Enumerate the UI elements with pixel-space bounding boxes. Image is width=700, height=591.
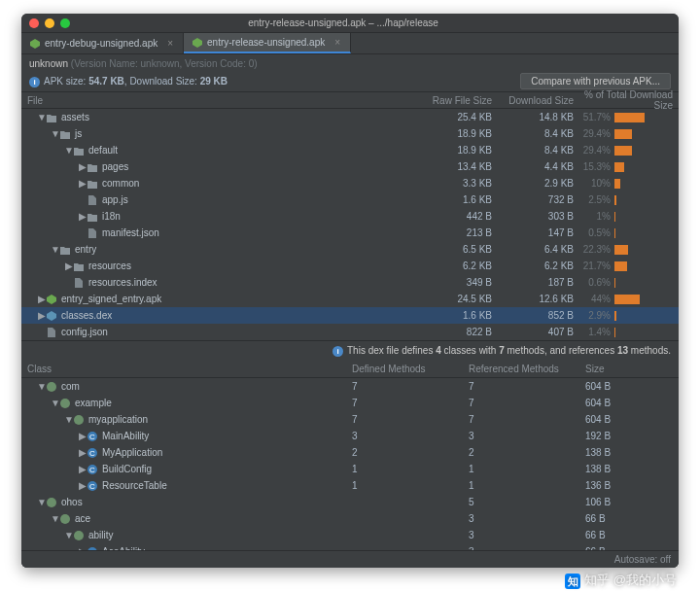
class-row[interactable]: ▼ com 7 7 604 B xyxy=(21,378,679,395)
close-tab-icon[interactable]: × xyxy=(334,37,340,48)
disclosure-arrow-icon[interactable]: ▶ xyxy=(78,431,87,441)
class-name: BuildConfig xyxy=(102,464,152,474)
disclosure-arrow-icon[interactable]: ▶ xyxy=(78,480,87,491)
disclosure-arrow-icon[interactable]: ▼ xyxy=(51,398,59,408)
disclosure-arrow-icon[interactable]: ▼ xyxy=(37,381,46,392)
defined-methods: 2 xyxy=(352,447,469,458)
pkg-icon xyxy=(46,381,59,393)
class-size: 192 B xyxy=(585,431,673,441)
class-row[interactable]: ▶ MainAbility 3 3 192 B xyxy=(21,428,679,444)
download-size: 147 B xyxy=(498,227,576,238)
maximize-window-icon[interactable] xyxy=(60,18,70,28)
cls-icon xyxy=(87,480,100,492)
file-header-dl: Download Size xyxy=(498,95,576,106)
raw-size: 6.5 KB xyxy=(410,244,498,255)
apk-size: 54.7 KB xyxy=(88,76,124,87)
file-row[interactable]: ▶ common 3.3 KB 2.9 KB 10% xyxy=(21,175,679,191)
class-row[interactable]: ▶ BuildConfig 1 1 138 B xyxy=(21,461,679,477)
file-name: common xyxy=(102,178,139,189)
raw-size: 24.5 KB xyxy=(410,294,498,304)
size-bar xyxy=(614,162,673,172)
referenced-methods: 7 xyxy=(469,398,585,408)
file-row[interactable]: manifest.json 213 B 147 B 0.5% xyxy=(21,225,679,241)
folder-icon xyxy=(87,178,100,190)
disclosure-arrow-icon[interactable]: ▶ xyxy=(37,310,46,321)
folder-icon xyxy=(46,112,59,123)
class-row[interactable]: ▼ ability 3 66 B xyxy=(21,527,679,543)
disclosure-arrow-icon[interactable]: ▼ xyxy=(64,145,73,156)
dex-info-bar: iThis dex file defines 4 classes with 7 … xyxy=(21,340,679,361)
class-row[interactable]: ▼ example 7 7 604 B xyxy=(21,395,679,411)
pct-of-total: 44% xyxy=(576,294,614,304)
disclosure-arrow-icon[interactable]: ▶ xyxy=(78,464,87,474)
file-row[interactable]: ▶ entry_signed_entry.apk 24.5 KB 12.6 KB… xyxy=(21,291,679,307)
file-name: app.js xyxy=(102,194,128,205)
editor-tabs: entry-debug-unsigned.apk×entry-release-u… xyxy=(21,33,679,54)
class-name: MainAbility xyxy=(102,431,149,441)
raw-size: 822 B xyxy=(410,327,498,337)
disclosure-arrow-icon[interactable]: ▶ xyxy=(64,261,73,271)
class-row[interactable]: ▼ ace 3 66 B xyxy=(21,510,679,527)
disclosure-arrow-icon[interactable]: ▼ xyxy=(51,244,59,255)
tab-label: entry-debug-unsigned.apk xyxy=(45,38,158,49)
file-row[interactable]: ▼ entry 6.5 KB 6.4 KB 22.3% xyxy=(21,241,679,258)
file-row[interactable]: ▶ classes.dex 1.6 KB 852 B 2.9% xyxy=(21,307,679,324)
class-name: ohos xyxy=(61,497,83,507)
dex-icon xyxy=(46,310,59,322)
size-bar xyxy=(614,212,673,222)
raw-size: 25.4 KB xyxy=(410,112,498,122)
disclosure-arrow-icon[interactable]: ▶ xyxy=(37,294,46,304)
file-row[interactable]: config.json 822 B 407 B 1.4% xyxy=(21,324,679,340)
compare-apk-button[interactable]: Compare with previous APK... xyxy=(520,73,671,89)
file-row[interactable]: ▶ resources 6.2 KB 6.2 KB 21.7% xyxy=(21,258,679,274)
file-row[interactable]: ▶ i18n 442 B 303 B 1% xyxy=(21,208,679,225)
minimize-window-icon[interactable] xyxy=(45,18,54,28)
class-row[interactable]: ▼ myapplication 7 7 604 B xyxy=(21,411,679,428)
raw-size: 18.9 KB xyxy=(410,128,498,139)
file-header-name: File xyxy=(27,95,410,106)
disclosure-arrow-icon[interactable]: ▶ xyxy=(78,161,87,172)
close-window-icon[interactable] xyxy=(29,18,39,28)
raw-size: 18.9 KB xyxy=(410,145,498,156)
class-name: myapplication xyxy=(88,414,148,425)
app-window: entry-release-unsigned.apk – .../hap/rel… xyxy=(21,14,679,568)
raw-size: 6.2 KB xyxy=(410,261,498,271)
disclosure-arrow-icon[interactable]: ▶ xyxy=(78,447,87,458)
file-name: manifest.json xyxy=(102,227,159,238)
class-name: MyApplication xyxy=(102,447,162,458)
class-tree[interactable]: ▼ com 7 7 604 B ▼ example 7 7 604 B ▼ my… xyxy=(21,378,679,568)
class-name: example xyxy=(75,398,112,408)
tab-1[interactable]: entry-release-unsigned.apk× xyxy=(184,33,351,53)
file-row[interactable]: app.js 1.6 KB 732 B 2.5% xyxy=(21,191,679,208)
info-icon: i xyxy=(332,346,343,357)
version-name: unknown xyxy=(141,58,180,69)
cls-icon xyxy=(87,447,100,459)
class-row[interactable]: ▶ MyApplication 2 2 138 B xyxy=(21,444,679,461)
disclosure-arrow-icon[interactable]: ▶ xyxy=(78,211,87,222)
file-header-raw: Raw File Size xyxy=(410,95,498,106)
size-bar xyxy=(614,179,673,189)
disclosure-arrow-icon[interactable]: ▼ xyxy=(51,513,59,524)
referenced-methods: 3 xyxy=(469,431,585,441)
file-row[interactable]: ▼ default 18.9 KB 8.4 KB 29.4% xyxy=(21,142,679,158)
file-row[interactable]: ▼ js 18.9 KB 8.4 KB 29.4% xyxy=(21,125,679,142)
pkg-icon xyxy=(73,530,87,541)
raw-size: 1.6 KB xyxy=(410,194,498,205)
disclosure-arrow-icon[interactable]: ▼ xyxy=(64,414,73,425)
disclosure-arrow-icon[interactable]: ▼ xyxy=(51,128,59,139)
disclosure-arrow-icon[interactable]: ▼ xyxy=(37,112,46,122)
close-tab-icon[interactable]: × xyxy=(167,38,173,49)
disclosure-arrow-icon[interactable]: ▼ xyxy=(64,530,73,540)
class-name: com xyxy=(61,381,80,392)
version-close-paren: ) xyxy=(254,58,257,69)
file-row[interactable]: ▶ pages 13.4 KB 4.4 KB 15.3% xyxy=(21,158,679,175)
file-tree[interactable]: ▼ assets 25.4 KB 14.8 KB 51.7% ▼ js 18.9… xyxy=(21,109,679,340)
disclosure-arrow-icon[interactable]: ▼ xyxy=(37,497,46,507)
disclosure-arrow-icon[interactable]: ▶ xyxy=(78,178,87,189)
class-row[interactable]: ▶ ResourceTable 1 1 136 B xyxy=(21,477,679,494)
download-size: 303 B xyxy=(498,211,576,222)
class-row[interactable]: ▼ ohos 5 106 B xyxy=(21,494,679,510)
file-row[interactable]: ▼ assets 25.4 KB 14.8 KB 51.7% xyxy=(21,109,679,125)
file-row[interactable]: resources.index 349 B 187 B 0.6% xyxy=(21,274,679,291)
tab-0[interactable]: entry-debug-unsigned.apk× xyxy=(21,33,184,53)
